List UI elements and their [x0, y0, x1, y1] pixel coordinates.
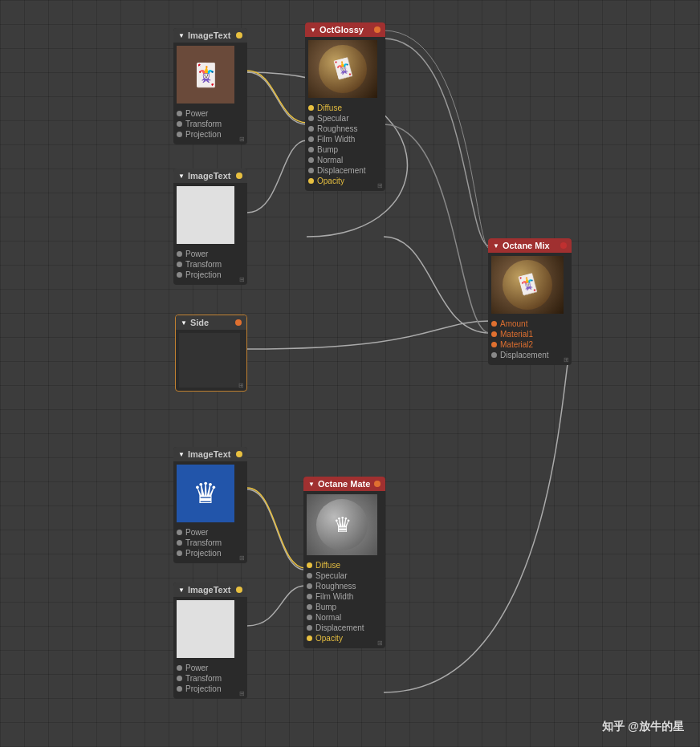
ports-area-omate: Diffuse Specular Roughness Film Width Bu…: [303, 558, 385, 648]
port-opacity-og: Opacity: [308, 176, 382, 186]
node-side-header: ▼ Side: [176, 315, 246, 330]
port-projection-2: Projection: [177, 270, 244, 280]
port-projection-4: Projection: [177, 684, 244, 694]
node-title: ImageText: [188, 30, 231, 40]
ports-area: Power Transform Projection: [173, 107, 247, 144]
collapse-arrow-3[interactable]: ▼: [178, 451, 185, 458]
node-title-om: Octane Mix: [503, 241, 550, 250]
node-imagetext-3[interactable]: ▼ ImageText ♛ Power Transform Projection…: [173, 447, 247, 563]
port-displacement-omate: Displacement: [307, 623, 382, 633]
port-roughness-og: Roughness: [308, 124, 382, 134]
collapse-arrow-4[interactable]: ▼: [178, 587, 185, 594]
port-roughness-omate: Roughness: [307, 581, 382, 591]
node-imagetext-1-header: ▼ ImageText: [173, 28, 247, 43]
resize-handle-og[interactable]: ⊞: [377, 182, 383, 189]
port-projection: Projection: [177, 129, 244, 140]
preview-area-side: [176, 330, 246, 391]
node-side[interactable]: ▼ Side ⊞: [175, 315, 247, 392]
collapse-arrow-2[interactable]: ▼: [178, 173, 185, 180]
port-diffuse-omate: Diffuse: [307, 560, 382, 570]
port-displacement-om: Displacement: [491, 350, 568, 360]
node-title-3: ImageText: [188, 449, 231, 459]
node-imagetext-3-header: ▼ ImageText: [173, 447, 247, 461]
output-dot-side[interactable]: [235, 319, 242, 326]
port-transform-2: Transform: [177, 259, 244, 270]
output-dot-og[interactable]: [374, 26, 381, 33]
collapse-arrow[interactable]: ▼: [178, 32, 185, 39]
port-power-3: Power: [177, 527, 244, 538]
port-filmwidth-omate: Film Width: [307, 591, 382, 602]
port-material1-om: Material1: [491, 329, 568, 339]
output-dot-om[interactable]: [560, 242, 567, 249]
preview-area-4: [173, 597, 247, 661]
port-transform-4: Transform: [177, 673, 244, 684]
resize-handle-4[interactable]: ⊞: [239, 690, 245, 697]
preview-area-om: 🃏: [488, 253, 572, 317]
node-title-2: ImageText: [188, 171, 231, 181]
node-imagetext-1[interactable]: ▼ ImageText 🃏 Power Transform Projection…: [173, 28, 247, 144]
node-octane-mix[interactable]: ▼ Octane Mix 🃏 Amount Material1 Material…: [488, 238, 572, 365]
port-material2-om: Material2: [491, 339, 568, 350]
port-power-2: Power: [177, 249, 244, 259]
port-bump-omate: Bump: [307, 602, 382, 612]
preview-area-2: [173, 183, 247, 247]
node-octanemix-header: ▼ Octane Mix: [488, 238, 572, 253]
node-imagetext-2-header: ▼ ImageText: [173, 168, 247, 183]
port-opacity-omate: Opacity: [307, 633, 382, 643]
port-power: Power: [177, 108, 244, 119]
node-title-4: ImageText: [188, 585, 231, 595]
port-specular-omate: Specular: [307, 570, 382, 581]
watermark: 知乎 @放牛的星: [602, 720, 684, 734]
resize-handle-3[interactable]: ⊞: [239, 554, 245, 562]
collapse-arrow-omate[interactable]: ▼: [308, 481, 315, 488]
resize-handle-omate[interactable]: ⊞: [377, 639, 383, 647]
crown-preview: ♛: [193, 477, 218, 510]
ports-area-2: Power Transform Projection: [173, 247, 247, 285]
node-imagetext-4[interactable]: ▼ ImageText Power Transform Projection ⊞: [173, 583, 247, 699]
ports-area-4: Power Transform Projection: [173, 661, 247, 699]
ports-area-3: Power Transform Projection: [173, 526, 247, 563]
port-normal-og: Normal: [308, 155, 382, 165]
node-octglossy-header: ▼ OctGlossy: [305, 22, 385, 37]
port-transform: Transform: [177, 119, 244, 129]
port-normal-omate: Normal: [307, 612, 382, 623]
output-dot[interactable]: [236, 32, 242, 39]
ports-area-om: Amount Material1 Material2 Displacement: [488, 317, 572, 365]
node-imagetext-4-header: ▼ ImageText: [173, 583, 247, 597]
node-octane-mate[interactable]: ▼ Octane Mate ♛ Diffuse Specular Roughne…: [303, 477, 385, 648]
output-dot-omate[interactable]: [374, 481, 381, 487]
preview-area: 🃏: [173, 43, 247, 107]
collapse-arrow-side[interactable]: ▼: [181, 319, 187, 327]
node-imagetext-2[interactable]: ▼ ImageText Power Transform Projection ⊞: [173, 168, 247, 285]
node-title-og: OctGlossy: [319, 25, 364, 35]
resize-handle-om[interactable]: ⊞: [564, 356, 569, 363]
port-projection-3: Projection: [177, 548, 244, 558]
preview-area-omate: ♛: [303, 491, 385, 558]
port-filmwidth-og: Film Width: [308, 134, 382, 144]
resize-handle-2[interactable]: ⊞: [239, 276, 245, 283]
port-amount-om: Amount: [491, 319, 568, 329]
port-specular-og: Specular: [308, 113, 382, 124]
node-title-omate: Octane Mate: [318, 479, 370, 489]
output-dot-4[interactable]: [236, 587, 242, 593]
node-octanemate-header: ▼ Octane Mate: [303, 477, 385, 491]
port-diffuse-og: Diffuse: [308, 103, 382, 113]
port-bump-og: Bump: [308, 144, 382, 155]
output-dot-3[interactable]: [236, 451, 242, 457]
port-transform-3: Transform: [177, 538, 244, 548]
collapse-arrow-om[interactable]: ▼: [493, 242, 499, 250]
resize-handle-side[interactable]: ⊞: [238, 382, 244, 389]
collapse-arrow-og[interactable]: ▼: [310, 26, 316, 34]
node-octglossy[interactable]: ▼ OctGlossy 🃏 Diffuse Specular Roughness…: [305, 22, 385, 191]
preview-area-og: 🃏: [305, 37, 385, 101]
node-title-side: Side: [190, 318, 209, 327]
preview-area-3: ♛: [173, 461, 247, 526]
port-power-4: Power: [177, 663, 244, 673]
ports-area-og: Diffuse Specular Roughness Film Width Bu…: [305, 101, 385, 191]
port-displacement-og: Displacement: [308, 165, 382, 176]
resize-handle[interactable]: ⊞: [239, 136, 245, 143]
output-dot-2[interactable]: [236, 173, 242, 179]
